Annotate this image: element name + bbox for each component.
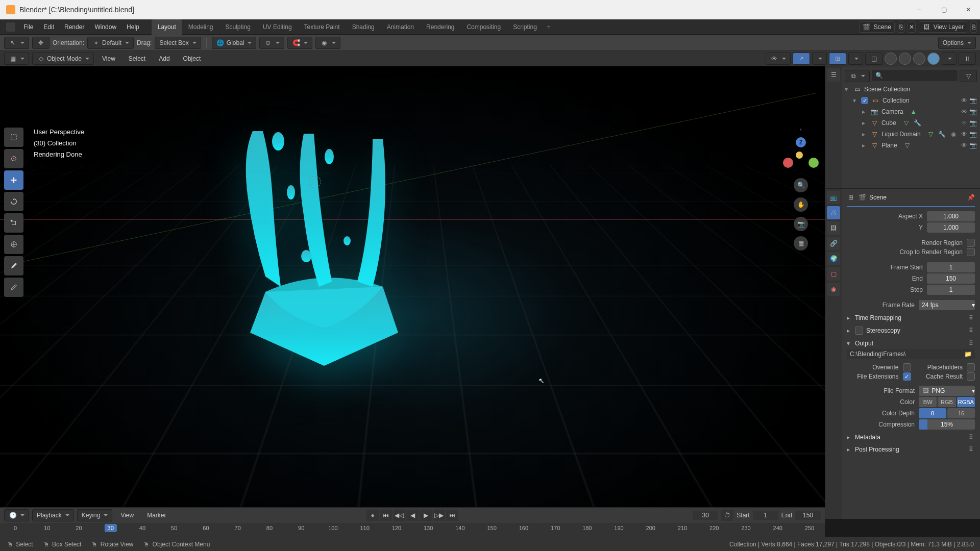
file-ext-checkbox[interactable] xyxy=(903,372,911,381)
keyframe-next-button[interactable]: ▷▶ xyxy=(433,510,445,521)
output-path-field[interactable]: C:\Blending\Frames\📁 xyxy=(847,349,975,359)
panel-metadata[interactable]: ▸Metadata⠿ xyxy=(847,431,975,443)
overwrite-checkbox[interactable] xyxy=(903,363,911,371)
pin-icon[interactable]: 📌 xyxy=(967,194,975,201)
vp-menu-object[interactable]: Object xyxy=(178,51,206,66)
overlay-settings-dropdown[interactable] xyxy=(848,53,863,65)
tool-select-box[interactable] xyxy=(4,128,23,147)
render-icon[interactable]: 📷 xyxy=(969,97,977,104)
gizmo-neg-axis[interactable] xyxy=(796,152,803,159)
3d-viewport[interactable]: User Perspective (30) Collection Renderi… xyxy=(0,66,825,519)
prop-tab-object[interactable]: ▢ xyxy=(827,267,840,281)
color-rgb-button[interactable]: RGB xyxy=(938,397,955,407)
maximize-button[interactable]: ▢ xyxy=(932,0,955,19)
scene-delete-button[interactable]: ✕ xyxy=(908,21,916,33)
color-bw-button[interactable]: BW xyxy=(919,397,937,407)
gizmo-toggle[interactable]: ↗ xyxy=(793,53,810,65)
outliner-item-plane[interactable]: ▸ ▽ Plane ▽ 👁📷 xyxy=(842,140,980,151)
timeline-editor-type[interactable]: 🕐 xyxy=(4,509,29,521)
panel-menu-icon[interactable]: ⠿ xyxy=(967,446,975,453)
tab-uv-editing[interactable]: UV Editing xyxy=(257,19,298,35)
tool-move[interactable] xyxy=(4,170,23,190)
tab-texture-paint[interactable]: Texture Paint xyxy=(298,19,346,35)
panel-menu-icon[interactable]: ⠿ xyxy=(967,434,975,441)
scene-selector[interactable]: 🎬 Scene xyxy=(859,21,895,33)
blender-logo-icon[interactable] xyxy=(6,22,15,32)
aspect-x-field[interactable]: 1.000 xyxy=(927,211,975,221)
frame-rate-dropdown[interactable]: 24 fps ▾ xyxy=(919,300,975,310)
outliner-display-mode[interactable]: ⧉ xyxy=(845,70,870,82)
gizmo-x-axis[interactable] xyxy=(783,158,793,168)
frame-start-field[interactable]: 1 xyxy=(927,262,975,272)
menu-edit[interactable]: Edit xyxy=(38,19,59,35)
playback-menu[interactable]: Playback xyxy=(32,509,74,521)
tab-sculpting[interactable]: Sculpting xyxy=(219,19,257,35)
menu-render[interactable]: Render xyxy=(59,19,89,35)
eye-off-icon[interactable]: 👁 xyxy=(961,119,967,127)
tool-annotate[interactable] xyxy=(4,256,23,276)
timeline-ruler[interactable]: 0102030405060708090100110120130140150160… xyxy=(0,523,825,537)
gizmo-settings-dropdown[interactable] xyxy=(812,53,827,65)
collection-enable-checkbox[interactable] xyxy=(861,97,868,104)
mode-dropdown[interactable]: ◇Object Mode xyxy=(32,53,94,65)
eye-icon[interactable]: 👁 xyxy=(961,97,967,104)
transform-space-dropdown[interactable]: 🌐Global xyxy=(212,37,257,49)
outliner-scene-collection[interactable]: ▾ ▭ Scene Collection xyxy=(842,84,980,95)
prop-tab-output[interactable]: 🖨 xyxy=(827,206,840,219)
panel-menu-icon[interactable]: ⠿ xyxy=(967,327,975,334)
render-icon[interactable]: 📷 xyxy=(969,108,977,115)
jump-end-button[interactable]: ⏭ xyxy=(446,510,458,521)
eye-icon[interactable]: 👁 xyxy=(961,142,967,149)
play-reverse-button[interactable]: ◀ xyxy=(406,510,419,521)
visibility-dropdown[interactable]: 👁 xyxy=(766,53,791,65)
panel-stereoscopy[interactable]: ▸Stereoscopy⠿ xyxy=(847,323,975,337)
orientation-dropdown[interactable]: ⌖Default xyxy=(87,37,134,49)
cache-checkbox[interactable] xyxy=(967,372,975,381)
color-rgba-button[interactable]: RGBA xyxy=(957,397,975,407)
viewlayer-new-button[interactable]: ⎘ xyxy=(970,21,977,33)
pivot-dropdown[interactable]: ⊙ xyxy=(259,37,284,49)
gizmo-z-axis[interactable]: Z xyxy=(796,137,806,147)
menu-window[interactable]: Window xyxy=(89,19,121,35)
file-format-dropdown[interactable]: 🖼 PNG▾ xyxy=(919,386,975,396)
menu-file[interactable]: File xyxy=(18,19,38,35)
ortho-toggle-button[interactable]: ▦ xyxy=(794,236,808,251)
playhead[interactable]: 30 xyxy=(105,524,117,532)
folder-icon[interactable]: 📁 xyxy=(964,350,972,358)
compression-slider[interactable]: 15% xyxy=(919,419,975,430)
tool-cursor[interactable] xyxy=(4,149,23,168)
outliner-filter-button[interactable]: ▽ xyxy=(960,70,977,82)
prop-tab-scene[interactable]: 🔗 xyxy=(827,237,840,250)
crop-checkbox[interactable] xyxy=(967,248,975,256)
camera-view-button[interactable]: 📷 xyxy=(794,217,808,231)
panel-menu-icon[interactable]: ⠿ xyxy=(967,340,975,347)
tool-select-dropdown[interactable]: ↖ xyxy=(4,37,29,49)
tool-move-button[interactable]: ✥ xyxy=(32,37,50,49)
axis-gizmo[interactable]: Z xyxy=(783,137,819,173)
vp-menu-view[interactable]: View xyxy=(97,51,120,66)
depth-8-button[interactable]: 8 xyxy=(919,408,946,418)
prop-tab-world[interactable]: 🌍 xyxy=(827,252,840,265)
panel-time-remapping[interactable]: ▸Time Remapping⠿ xyxy=(847,311,975,323)
jump-start-button[interactable]: ⏮ xyxy=(380,510,392,521)
pan-button[interactable]: ✋ xyxy=(794,197,808,212)
outliner-item-liquid[interactable]: ▸ ▽ Liquid Domain ▽ 🔧 ◉ 👁📷 xyxy=(842,129,980,140)
current-frame-field[interactable]: 30 xyxy=(693,511,718,520)
close-button[interactable]: ✕ xyxy=(957,0,980,19)
eye-icon[interactable]: 👁 xyxy=(961,108,967,115)
tool-transform[interactable] xyxy=(4,235,23,254)
shading-material[interactable] xyxy=(913,53,925,65)
tool-rotate[interactable] xyxy=(4,192,23,211)
render-pause-button[interactable]: ⏸ xyxy=(959,53,976,65)
editor-type-dropdown[interactable]: ▦ xyxy=(4,53,29,65)
shading-wireframe[interactable] xyxy=(885,53,897,65)
render-icon[interactable]: 📷 xyxy=(969,142,977,149)
outliner-search[interactable]: 🔍 xyxy=(872,70,958,81)
snap-dropdown[interactable]: 🧲 xyxy=(287,37,312,49)
placeholders-checkbox[interactable] xyxy=(967,363,975,371)
vp-menu-add[interactable]: Add xyxy=(154,51,175,66)
tool-measure[interactable] xyxy=(4,278,23,297)
outliner-item-camera[interactable]: ▸ 📷 Camera ▲ 👁📷 xyxy=(842,106,980,117)
shading-rendered[interactable] xyxy=(927,53,940,65)
end-frame-field[interactable]: 150 xyxy=(795,511,821,520)
